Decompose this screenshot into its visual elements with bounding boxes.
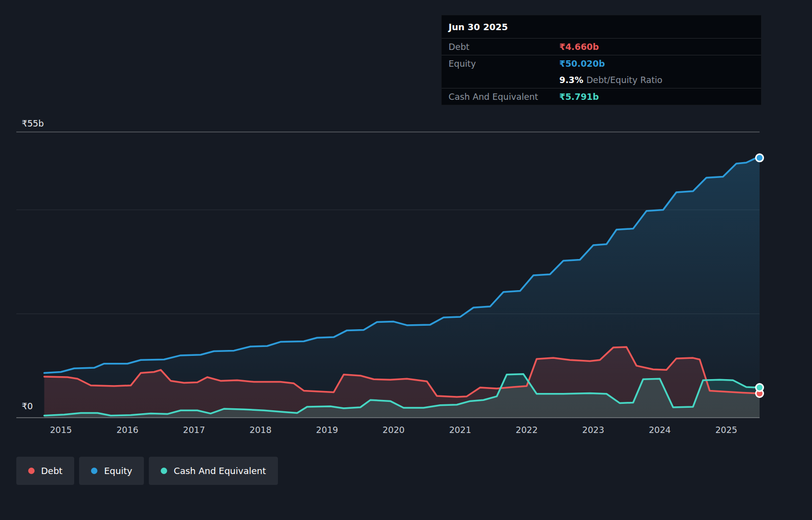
tooltip-debt-label: Debt (449, 42, 559, 52)
legend-item-cash[interactable]: Cash And Equivalent (149, 457, 277, 485)
tooltip-row-ratio: 9.3% Debt/Equity Ratio (442, 72, 761, 88)
equity-end-dot (756, 154, 764, 162)
legend-cash-label: Cash And Equivalent (174, 466, 266, 476)
tooltip-ratio-value: 9.3% (559, 75, 584, 85)
tooltip-equity-label: Equity (449, 59, 559, 69)
x-axis-label-2017: 2017 (183, 425, 205, 435)
tooltip-row-debt: Debt ₹4.660b (442, 39, 761, 55)
y-axis-label-zero: ₹0 (22, 401, 33, 411)
x-axis-label-2015: 2015 (50, 425, 72, 435)
tooltip-row-equity: Equity ₹50.020b (442, 55, 761, 72)
x-axis: 2015201620172018201920202021202220232024… (0, 425, 812, 438)
tooltip-equity-value: ₹50.020b (559, 59, 605, 69)
legend-debt-label: Debt (41, 466, 62, 476)
x-axis-label-2025: 2025 (715, 425, 737, 435)
legend-item-equity[interactable]: Equity (79, 457, 144, 485)
x-axis-label-2022: 2022 (516, 425, 538, 435)
y-axis-label-max: ₹55b (22, 119, 44, 129)
x-axis-label-2018: 2018 (250, 425, 272, 435)
x-axis-label-2021: 2021 (449, 425, 471, 435)
tooltip-date: Jun 30 2025 (442, 15, 761, 39)
legend-item-debt[interactable]: Debt (16, 457, 74, 485)
x-axis-label-2020: 2020 (383, 425, 405, 435)
cash-and-equivalent-end-dot (756, 384, 764, 391)
tooltip-row-cash: Cash And Equivalent ₹5.791b (442, 88, 761, 105)
tooltip-ratio: 9.3% Debt/Equity Ratio (559, 75, 663, 85)
tooltip-ratio-label: Debt/Equity Ratio (586, 75, 663, 85)
tooltip-cash-label: Cash And Equivalent (449, 92, 559, 102)
x-axis-label-2016: 2016 (116, 425, 138, 435)
x-axis-label-2024: 2024 (649, 425, 671, 435)
legend-equity-label: Equity (104, 466, 132, 476)
tooltip-cash-value: ₹5.791b (559, 92, 599, 102)
equity-dot-icon (91, 468, 97, 474)
chart-tooltip: Jun 30 2025 Debt ₹4.660b Equity ₹50.020b… (441, 15, 762, 105)
cash-dot-icon (161, 468, 167, 474)
x-axis-label-2019: 2019 (316, 425, 338, 435)
tooltip-debt-value: ₹4.660b (559, 42, 599, 52)
chart-legend: Debt Equity Cash And Equivalent (16, 457, 278, 485)
debt-dot-icon (28, 468, 35, 474)
x-axis-label-2023: 2023 (582, 425, 604, 435)
chart-page: ₹55b ₹0 20152016201720182019202020212022… (0, 0, 812, 520)
